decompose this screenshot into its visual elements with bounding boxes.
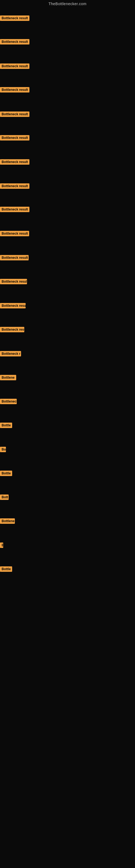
bottleneck-row: Bott	[0, 495, 9, 500]
bottleneck-badge[interactable]: Bottleneck result	[0, 135, 30, 141]
bottleneck-badge[interactable]: Bottleneck result	[0, 87, 30, 93]
bottleneck-row: Bottleneck r	[0, 351, 21, 356]
bottleneck-row: Bottleneck result	[0, 87, 30, 93]
bottleneck-row: Bottleneck result	[0, 16, 30, 21]
bottleneck-badge[interactable]: Bottleneck resul	[0, 279, 27, 284]
bottleneck-badge[interactable]: Bottleneck result	[0, 231, 29, 236]
bottleneck-badge[interactable]: Bottlene	[0, 375, 16, 380]
bottleneck-badge[interactable]: Bottleneck result	[0, 16, 30, 21]
bottleneck-row: Bottleneck result	[0, 135, 30, 141]
bottleneck-badge[interactable]: Bottleneck result	[0, 207, 30, 212]
bottleneck-row: Bottle	[0, 423, 12, 428]
bottleneck-badge[interactable]: Bottleneck result	[0, 63, 30, 69]
bottleneck-badge[interactable]: Bottleneck result	[0, 303, 26, 308]
bottleneck-badge[interactable]: Bottleneck result	[0, 159, 30, 165]
bottleneck-row: Bottlene	[0, 375, 16, 380]
bottleneck-badge[interactable]: Bottleneck result	[0, 39, 30, 44]
bottleneck-badge[interactable]: Bottleneck result	[0, 327, 24, 332]
bottleneck-row: Bottleneck result	[0, 327, 24, 332]
bottleneck-row: B	[0, 542, 3, 548]
bottleneck-badge[interactable]: Bottle	[0, 566, 12, 572]
bottleneck-row: Bottleneck result	[0, 159, 30, 165]
bottleneck-badge[interactable]: Bott	[0, 495, 9, 500]
bottleneck-badge[interactable]: Bottleneck result	[0, 112, 30, 117]
bottleneck-row: Bottleneck result	[0, 207, 30, 212]
bottleneck-row: Bottlene	[0, 518, 15, 524]
bottleneck-row: Bottleneck result	[0, 112, 30, 117]
bottleneck-row: Bottleneck result	[0, 303, 26, 308]
bottleneck-badge[interactable]: Bo	[0, 447, 6, 452]
site-title: TheBottlenecker.com	[0, 0, 135, 8]
bottleneck-row: Bottleneck	[0, 399, 17, 404]
bottleneck-row: Bo	[0, 447, 6, 452]
bottleneck-row: Bottleneck result	[0, 63, 30, 69]
bottleneck-badge[interactable]: Bottleneck result	[0, 183, 30, 189]
bottleneck-row: Bottleneck result	[0, 39, 30, 44]
bottleneck-row: Bottleneck result	[0, 231, 29, 236]
bottleneck-badge[interactable]: Bottle	[0, 423, 12, 428]
bottleneck-row: Bottleneck result	[0, 255, 29, 260]
bottleneck-row: Bottleneck result	[0, 183, 30, 189]
bottleneck-row: Bottle	[0, 471, 12, 476]
bottleneck-row: Bottleneck resul	[0, 279, 27, 284]
bottleneck-badge[interactable]: Bottlene	[0, 518, 15, 524]
bottleneck-badge[interactable]: Bottleneck result	[0, 255, 29, 260]
bottleneck-badge[interactable]: Bottle	[0, 471, 12, 476]
bottleneck-badge[interactable]: Bottleneck	[0, 399, 17, 404]
bottleneck-row: Bottle	[0, 566, 12, 572]
bottleneck-badge[interactable]: B	[0, 542, 3, 548]
bottleneck-badge[interactable]: Bottleneck r	[0, 351, 21, 356]
